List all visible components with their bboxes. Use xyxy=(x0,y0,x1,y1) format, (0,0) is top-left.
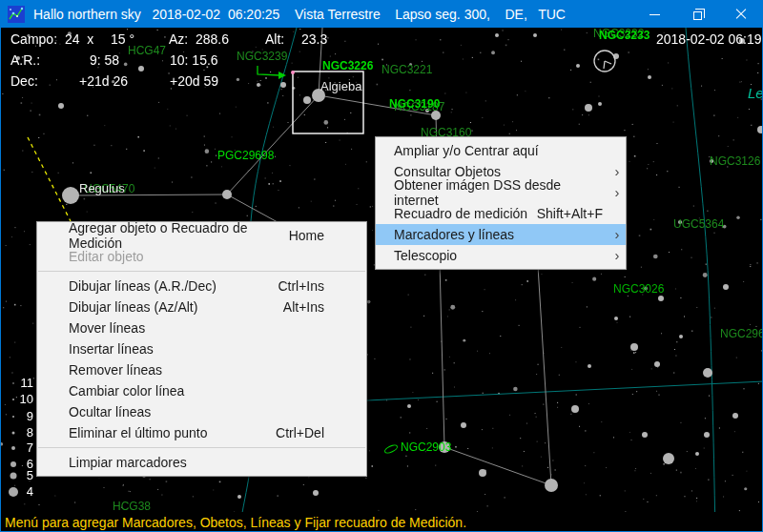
context-menu: Ampliar y/o Centrar aquíConsultar Objeto… xyxy=(375,136,627,270)
markers-lines-menu: Agregar objeto o Recuadro de MediciónHom… xyxy=(36,221,367,477)
markers-menu-separator xyxy=(38,271,365,272)
markers-menu-item-remover-l-neas[interactable]: Remover líneas xyxy=(37,359,366,380)
star-chart[interactable]: HCG47NGC3239NGC3232NGC3233NGC3226NGC3221… xyxy=(1,28,763,512)
star[interactable] xyxy=(703,368,712,378)
dso-label[interactable]: UGC5364 xyxy=(673,217,725,231)
magnitude-scale-dot xyxy=(11,446,15,450)
markers-menu-item-ocultar-l-neas[interactable]: Ocultar líneas xyxy=(37,401,366,422)
context-menu-item-obtener-im-gen-dss-desde-internet[interactable]: Obtener imágen DSS desde internet› xyxy=(376,182,626,203)
markers-menu-item-dibujar-l-neas-az-alt[interactable]: Dibujar líneas (Az/Alt)Alt+Ins xyxy=(37,297,366,317)
magnitude-scale-value: 10 xyxy=(20,392,33,406)
dso-label[interactable]: NGC3126 xyxy=(710,154,761,168)
star[interactable] xyxy=(658,296,664,301)
star[interactable] xyxy=(533,33,537,37)
star[interactable] xyxy=(695,452,699,456)
star-label[interactable]: Regulus xyxy=(79,181,125,195)
dso-label[interactable]: NGC3239 xyxy=(237,50,288,63)
star[interactable] xyxy=(588,364,591,368)
frame-handle xyxy=(291,71,295,74)
star[interactable] xyxy=(280,82,286,88)
datetime-readout: 2018-02-02 06:19 xyxy=(656,31,762,47)
altitude-label: Alt: xyxy=(265,31,284,47)
dso-label[interactable]: NGC2964 xyxy=(720,327,763,340)
star[interactable] xyxy=(757,126,763,133)
star[interactable] xyxy=(723,284,729,290)
menu-item-shortcut: Home xyxy=(289,228,349,243)
star[interactable] xyxy=(545,479,558,492)
star[interactable] xyxy=(585,104,592,112)
star[interactable] xyxy=(138,66,144,72)
markers-menu-item-dibujar-l-neas-a-r-dec[interactable]: Dibujar líneas (A.R./Dec)Ctrl+Ins xyxy=(37,276,366,297)
restore-button[interactable] xyxy=(676,1,719,28)
star[interactable] xyxy=(679,335,683,338)
markers-menu-item-limpiar-marcadores[interactable]: Limpiar marcadores xyxy=(37,452,366,473)
markers-menu-item-cambiar-color-l-nea[interactable]: Cambiar color línea xyxy=(37,380,366,401)
menu-item-label: Cambiar color línea xyxy=(37,383,324,399)
star[interactable] xyxy=(614,317,618,320)
star[interactable] xyxy=(222,190,232,199)
magnitude-scale-dot xyxy=(10,473,17,480)
dso-label[interactable]: PGC29698 xyxy=(217,149,275,162)
azimuth-value: 288.6 xyxy=(196,31,229,47)
star[interactable] xyxy=(704,432,710,438)
star[interactable] xyxy=(648,75,651,79)
context-menu-item-telescopio[interactable]: Telescopio› xyxy=(376,245,626,266)
magnitude-scale-value: 9 xyxy=(27,409,33,423)
star[interactable] xyxy=(571,405,579,413)
magnitude-scale-dot xyxy=(10,461,16,467)
star[interactable] xyxy=(495,33,499,37)
markers-menu-item-insertar-l-neas[interactable]: Insertar líneas xyxy=(37,338,366,359)
app-window: { "window": { "title": "Hallo northern s… xyxy=(0,0,763,532)
galaxy-symbol[interactable] xyxy=(383,443,398,454)
user-marker-line[interactable] xyxy=(258,66,279,75)
menu-item-label: Mover líneas xyxy=(37,320,324,336)
star[interactable] xyxy=(303,96,311,104)
star[interactable] xyxy=(479,469,486,477)
clock-hour-hand xyxy=(604,61,605,69)
star[interactable] xyxy=(237,495,241,499)
star[interactable] xyxy=(407,404,411,408)
star[interactable] xyxy=(461,422,466,428)
markers-menu-item-mover-l-neas[interactable]: Mover líneas xyxy=(37,317,366,338)
submenu-arrow-icon: › xyxy=(608,183,626,202)
star[interactable] xyxy=(630,343,638,351)
star[interactable] xyxy=(732,413,738,419)
dso-label[interactable]: NGC3190 xyxy=(389,97,441,111)
dso-label[interactable]: NGC3226 xyxy=(322,59,374,72)
minimize-button[interactable] xyxy=(633,1,676,28)
magnitude-scale-dot xyxy=(12,416,14,418)
star[interactable] xyxy=(598,102,602,106)
constellation-line xyxy=(444,447,551,485)
context-menu-item-marcadores-y-l-neas[interactable]: Marcadores y líneas› xyxy=(376,224,626,245)
dso-label[interactable]: HCG38 xyxy=(113,500,151,512)
submenu-arrow-icon: › xyxy=(608,162,626,181)
markers-menu-item-agregar-objeto-o-recuadro-de-medici-n[interactable]: Agregar objeto o Recuadro de MediciónHom… xyxy=(37,225,366,246)
markers-menu-item-eliminar-el-ltimo-punto[interactable]: Eliminar el último puntoCtrl+Del xyxy=(37,422,366,443)
star[interactable] xyxy=(654,361,660,367)
constellation-line xyxy=(538,266,551,485)
star[interactable] xyxy=(576,64,580,68)
dso-label[interactable]: Le xyxy=(748,85,763,101)
dso-label[interactable]: NGC3233 xyxy=(599,29,650,42)
magnitude-scale-value: 11 xyxy=(21,376,34,390)
dso-label[interactable]: NGC3221 xyxy=(382,63,433,76)
az-alt-grid-line xyxy=(367,381,763,400)
magnitude-scale-dot xyxy=(12,382,14,384)
star[interactable] xyxy=(642,432,648,438)
star[interactable] xyxy=(257,83,260,87)
star[interactable] xyxy=(663,453,674,464)
context-menu-item-ampliar-y-o-centrar-aqu[interactable]: Ampliar y/o Centrar aquí xyxy=(376,140,626,161)
ecliptic-line xyxy=(28,137,71,221)
context-menu-item-recuadro-de-medici-n[interactable]: Recuadro de mediciónShift+Alt+F xyxy=(376,203,626,224)
magnitude-scale-value: 8 xyxy=(27,425,33,440)
ra-label: A.R.: xyxy=(10,52,40,68)
menu-item-shortcut: Ctrl+Del xyxy=(276,425,349,440)
star[interactable] xyxy=(62,187,79,204)
menu-item-label: Insertar líneas xyxy=(37,341,324,357)
dso-label[interactable]: NGC3026 xyxy=(613,282,665,296)
dso-label[interactable]: NGC2903 xyxy=(401,440,452,454)
star-label[interactable]: Algieba xyxy=(320,79,362,93)
star[interactable] xyxy=(313,490,319,496)
star[interactable] xyxy=(58,103,64,109)
close-button[interactable] xyxy=(719,1,762,28)
